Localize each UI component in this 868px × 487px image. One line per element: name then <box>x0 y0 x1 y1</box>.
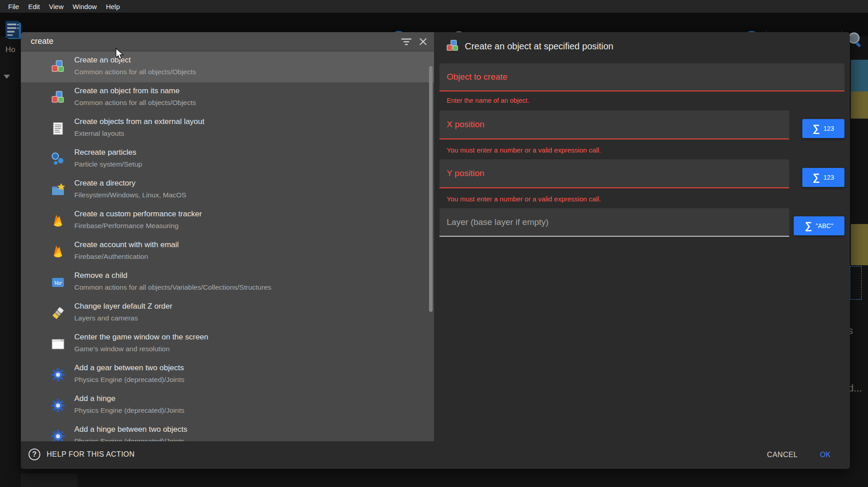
background-bottom-fragment <box>21 473 77 487</box>
background-olive-block <box>851 91 868 119</box>
result-subtitle: Common actions for all objects/Variables… <box>74 283 271 291</box>
action-search-panel: create Create an object Common acti <box>21 32 434 441</box>
search-result-row[interactable]: Create a custom performance tracker Fire… <box>21 205 434 236</box>
result-title: Remove a child <box>74 271 127 280</box>
help-icon: ? <box>29 449 40 460</box>
sigma-icon: ∑ <box>813 124 820 134</box>
menu-item-help[interactable]: Help <box>101 1 125 12</box>
x-expression-button[interactable]: ∑ 123 <box>802 119 844 138</box>
folder-star-icon <box>51 183 65 197</box>
result-subtitle: Layers and cameras <box>74 314 138 322</box>
result-title: Create an object <box>74 56 131 65</box>
menu-item-view[interactable]: View <box>44 1 68 12</box>
search-result-row[interactable]: Create an object from its name Common ac… <box>21 82 434 113</box>
close-icon[interactable] <box>419 37 428 46</box>
result-title: Create a custom performance tracker <box>74 210 202 219</box>
cubes-icon <box>446 39 459 53</box>
search-input[interactable]: create <box>31 37 53 46</box>
search-result-row[interactable]: Add a gear between two objects Physics E… <box>21 359 434 390</box>
result-subtitle: Physics Engine (deprecated)/Joints <box>74 376 184 384</box>
menu-item-window[interactable]: Window <box>68 1 101 12</box>
search-result-row[interactable]: Create account with with email Firebase/… <box>21 236 434 267</box>
search-result-row[interactable]: Create an object Common actions for all … <box>21 52 434 82</box>
document-icon <box>51 121 65 136</box>
result-title: Change layer default Z order <box>74 302 172 311</box>
gdevelop-app: FileEditViewWindowHelp PREVIEW <box>0 0 868 487</box>
help-button-label: HELP FOR THIS ACTION <box>47 450 135 458</box>
y-expression-button[interactable]: ∑ 123 <box>802 168 844 187</box>
window-icon <box>51 337 65 351</box>
result-subtitle: Firebase/Performance Measuring <box>74 222 178 230</box>
filter-icon[interactable] <box>400 37 412 46</box>
layer-expression-button-label: "ABC" <box>815 222 833 229</box>
result-subtitle: Common actions for all objects/Objects <box>74 68 196 76</box>
search-bar[interactable]: create <box>21 32 434 51</box>
project-manager-icon[interactable] <box>4 19 23 41</box>
var-icon: Var <box>51 275 65 290</box>
sigma-icon: ∑ <box>805 221 812 231</box>
result-subtitle: Physics Engine (deprecated)/Joints <box>74 406 184 415</box>
result-subtitle: Physics Engine (deprecated)/Joints <box>74 437 184 441</box>
x-error-text: You must enter a number or a valid expre… <box>447 146 601 154</box>
action-editor-dialog: Create an object at specified position O… <box>21 32 850 469</box>
dialog-footer: ? HELP FOR THIS ACTION CANCEL OK <box>21 441 850 469</box>
result-subtitle: Common actions for all objects/Objects <box>74 99 196 107</box>
y-error-text: You must enter a number or a valid expre… <box>447 195 601 203</box>
ok-button[interactable]: OK <box>820 451 831 459</box>
scrollbar-thumb[interactable] <box>429 66 433 312</box>
object-to-create-label: Object to create <box>447 72 507 82</box>
gear-icon <box>51 429 65 441</box>
layers-icon <box>51 306 65 320</box>
object-helper-text: Enter the name of an object. <box>447 97 529 104</box>
search-result-row[interactable]: Var Remove a child Common actions for al… <box>21 267 434 298</box>
particles-icon <box>51 152 65 167</box>
menu-item-file[interactable]: File <box>4 1 24 12</box>
y-position-label: Y position <box>447 168 484 178</box>
search-result-row[interactable]: Create a directory Filesystem/Windows, L… <box>21 175 434 205</box>
search-result-row[interactable]: Recreate particles Particle system/Setup <box>21 144 434 175</box>
result-title: Recreate particles <box>74 148 136 157</box>
search-result-row[interactable]: Add a hinge Physics Engine (deprecated)/… <box>21 390 434 421</box>
result-title: Create account with with email <box>74 240 179 249</box>
gear-icon <box>51 368 65 382</box>
gear-icon <box>51 398 65 413</box>
result-title: Add a hinge <box>74 394 116 403</box>
result-title: Create a directory <box>74 179 135 188</box>
help-button[interactable]: ? HELP FOR THIS ACTION <box>29 449 135 460</box>
result-subtitle: Game's window and resolution <box>74 345 170 353</box>
y-expression-button-label: 123 <box>824 174 834 181</box>
search-results-list: Create an object Common actions for all … <box>21 52 434 441</box>
x-expression-button-label: 123 <box>824 125 834 132</box>
search-result-row[interactable]: Center the game window on the screen Gam… <box>21 329 434 359</box>
form-header: Create an object at specified position <box>446 39 613 53</box>
x-position-field[interactable]: X position <box>439 110 789 139</box>
y-position-field[interactable]: Y position <box>439 159 789 188</box>
home-tab-fragment: Ho <box>5 45 15 54</box>
search-result-row[interactable]: Add a hinge between two objects Physics … <box>21 421 434 441</box>
result-subtitle: Firebase/Authentication <box>74 253 148 261</box>
sigma-icon: ∑ <box>813 172 820 182</box>
result-title: Add a gear between two objects <box>74 363 184 372</box>
background-selection-rect <box>850 266 862 300</box>
result-subtitle: Filesystem/Windows, Linux, MacOS <box>74 191 186 199</box>
layer-field[interactable]: Layer (base layer if empty) <box>439 208 789 237</box>
cubes-icon <box>51 91 65 105</box>
layer-label: Layer (base layer if empty) <box>447 217 549 227</box>
search-result-row[interactable]: Create objects from an external layout E… <box>21 113 434 144</box>
background-olive-block <box>851 224 868 265</box>
form-title: Create an object at specified position <box>465 41 613 52</box>
menu-item-edit[interactable]: Edit <box>24 1 44 12</box>
cancel-button[interactable]: CANCEL <box>767 451 798 459</box>
cubes-icon <box>51 60 65 74</box>
firebase-icon <box>51 244 65 259</box>
layer-expression-button[interactable]: ∑ "ABC" <box>794 216 844 235</box>
x-position-label: X position <box>447 119 484 129</box>
result-title: Create an object from its name <box>74 86 179 95</box>
dropdown-arrow-icon[interactable] <box>4 75 10 79</box>
svg-text:Var: Var <box>54 279 63 286</box>
search-result-row[interactable]: Change layer default Z order Layers and … <box>21 298 434 329</box>
object-to-create-field[interactable]: Object to create <box>439 63 844 91</box>
result-subtitle: External layouts <box>74 129 124 138</box>
result-title: Create objects from an external layout <box>74 117 204 126</box>
firebase-icon <box>51 214 65 228</box>
